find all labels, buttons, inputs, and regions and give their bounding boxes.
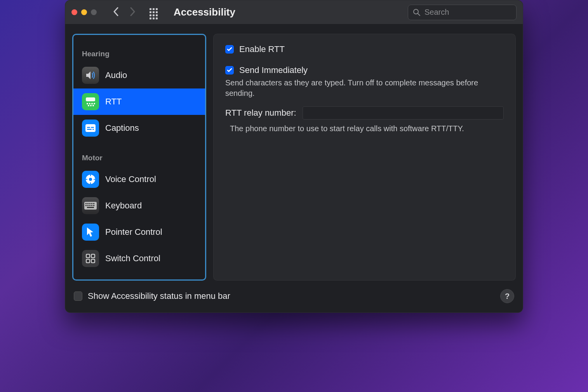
svg-rect-21 — [91, 203, 92, 204]
send-immediately-description: Send characters as they are typed. Turn … — [225, 78, 504, 99]
sidebar-item-switch-control[interactable]: Switch Control — [73, 245, 205, 272]
show-status-checkbox[interactable] — [74, 291, 82, 301]
question-icon: ? — [505, 292, 510, 301]
search-input[interactable] — [424, 8, 523, 17]
svg-rect-14 — [92, 129, 94, 130]
svg-line-1 — [418, 14, 420, 16]
svg-point-7 — [88, 105, 89, 106]
svg-point-16 — [89, 178, 92, 181]
show-all-button[interactable] — [150, 8, 160, 17]
sidebar-item-label: Keyboard — [105, 201, 142, 211]
content: Hearing Audio RTT Captions Motor — [65, 24, 523, 285]
close-window-button[interactable] — [71, 9, 77, 15]
sidebar-item-label: Pointer Control — [105, 227, 162, 237]
pointer-icon — [82, 224, 99, 241]
sidebar-item-label: Audio — [105, 70, 127, 80]
svg-rect-20 — [89, 203, 90, 204]
sidebar-item-keyboard[interactable]: Keyboard — [73, 193, 205, 219]
forward-button[interactable] — [130, 7, 136, 18]
svg-rect-19 — [87, 203, 89, 204]
svg-point-6 — [94, 103, 95, 104]
sidebar-item-rtt[interactable]: RTT — [73, 88, 205, 115]
sidebar-item-label: Captions — [105, 123, 139, 133]
svg-rect-12 — [91, 127, 94, 128]
svg-rect-23 — [85, 205, 87, 206]
svg-rect-22 — [93, 203, 94, 204]
titlebar: Accessibility — [65, 0, 523, 24]
svg-point-9 — [92, 105, 94, 106]
svg-rect-27 — [93, 205, 94, 206]
sidebar-section-hearing: Hearing — [73, 47, 205, 62]
relay-number-label: RTT relay number: — [225, 108, 296, 118]
sidebar-section-motor: Motor — [73, 151, 205, 166]
svg-rect-28 — [87, 207, 94, 208]
check-icon — [227, 68, 232, 73]
captions-icon — [82, 120, 99, 137]
enable-rtt-row: Enable RTT — [225, 44, 504, 54]
svg-rect-10 — [85, 124, 96, 132]
svg-rect-13 — [87, 129, 92, 130]
relay-number-row: RTT relay number: — [225, 106, 504, 120]
search-box[interactable] — [408, 5, 517, 20]
switch-control-icon — [82, 250, 99, 267]
tty-icon — [82, 93, 99, 110]
enable-rtt-checkbox[interactable] — [225, 45, 234, 54]
sidebar-item-pointer-control[interactable]: Pointer Control — [73, 219, 205, 245]
svg-rect-25 — [89, 205, 90, 206]
sidebar-item-voice-control[interactable]: Voice Control — [73, 166, 205, 193]
svg-rect-18 — [85, 203, 87, 204]
svg-rect-2 — [86, 97, 95, 101]
back-button[interactable] — [113, 7, 119, 18]
svg-rect-32 — [91, 259, 95, 263]
nav-arrows — [113, 7, 136, 18]
svg-point-5 — [91, 103, 93, 104]
send-immediately-row: Send Immediately — [225, 65, 504, 75]
chevron-right-icon — [130, 7, 136, 16]
footer: Show Accessibility status in menu bar ? — [65, 285, 523, 312]
keyboard-icon — [82, 197, 99, 214]
help-button[interactable]: ? — [500, 289, 514, 303]
svg-rect-11 — [87, 127, 90, 128]
search-icon — [413, 9, 421, 16]
zoom-window-button[interactable] — [91, 9, 97, 15]
svg-rect-29 — [86, 254, 90, 258]
send-immediately-label: Send Immediately — [239, 65, 308, 75]
show-status-label: Show Accessibility status in menu bar — [88, 291, 495, 301]
check-icon — [227, 47, 232, 52]
send-immediately-checkbox[interactable] — [225, 66, 234, 75]
window-controls — [71, 9, 97, 15]
speaker-icon — [82, 67, 99, 84]
sidebar-item-captions[interactable]: Captions — [73, 115, 205, 141]
svg-rect-30 — [91, 254, 95, 258]
svg-rect-24 — [87, 205, 89, 206]
relay-number-description: The phone number to use to start relay c… — [230, 124, 504, 133]
svg-point-0 — [414, 9, 418, 14]
voice-control-icon — [82, 171, 99, 188]
svg-point-3 — [87, 103, 88, 104]
window-title: Accessibility — [174, 6, 235, 18]
enable-rtt-label: Enable RTT — [239, 44, 285, 54]
sidebar: Hearing Audio RTT Captions Motor — [72, 34, 206, 281]
sidebar-item-label: Switch Control — [105, 253, 160, 264]
preferences-window: Accessibility Hearing Audio RTT — [65, 0, 523, 313]
minimize-window-button[interactable] — [81, 9, 87, 15]
chevron-left-icon — [113, 7, 119, 16]
sidebar-item-label: RTT — [105, 97, 122, 107]
sidebar-item-audio[interactable]: Audio — [73, 62, 205, 88]
sidebar-item-label: Voice Control — [105, 174, 156, 184]
svg-rect-26 — [91, 205, 92, 206]
svg-point-8 — [90, 105, 92, 106]
svg-rect-31 — [86, 259, 90, 263]
relay-number-input[interactable] — [303, 106, 504, 120]
settings-pane: Enable RTT Send Immediately Send charact… — [213, 34, 516, 281]
svg-point-4 — [89, 103, 90, 104]
